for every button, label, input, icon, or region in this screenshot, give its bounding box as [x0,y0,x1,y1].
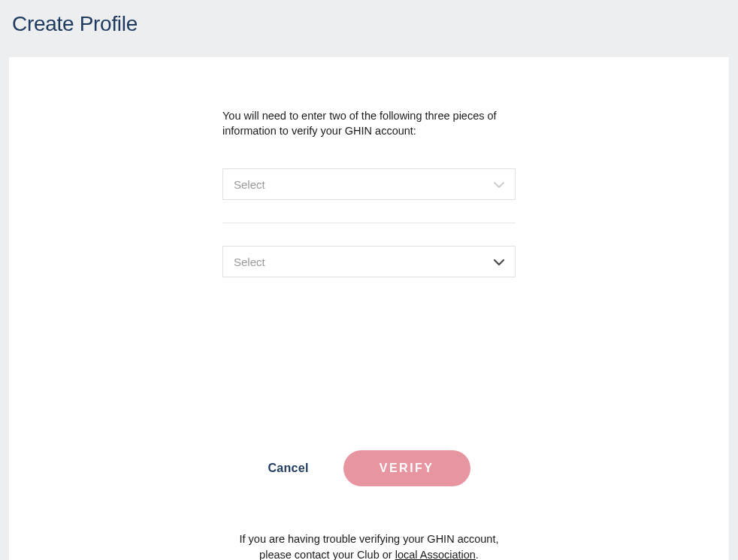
form-content: You will need to enter two of the follow… [222,108,516,560]
verification-select-1[interactable]: Select [222,168,516,200]
button-row: Cancel VERIFY [222,450,516,486]
spacer [222,277,516,450]
help-text: If you are having trouble verifying your… [222,531,516,560]
help-line-1: If you are having trouble verifying your… [240,533,499,545]
select-placeholder: Select [234,178,265,191]
cancel-button[interactable]: Cancel [268,462,308,475]
chevron-down-icon [494,255,504,268]
verify-button[interactable]: VERIFY [343,450,470,486]
help-line-2-prefix: please contact your Club or [259,549,395,560]
form-card: You will need to enter two of the follow… [9,57,729,560]
verification-select-2[interactable]: Select [222,246,516,277]
chevron-down-icon [494,177,504,191]
help-line-2-suffix: . [476,549,479,560]
local-association-link[interactable]: local Association [395,549,476,560]
select-placeholder: Select [234,256,265,268]
page-header: Create Profile [0,0,738,57]
divider [222,222,516,223]
instruction-text: You will need to enter two of the follow… [222,108,516,138]
page-title: Create Profile [12,12,726,36]
